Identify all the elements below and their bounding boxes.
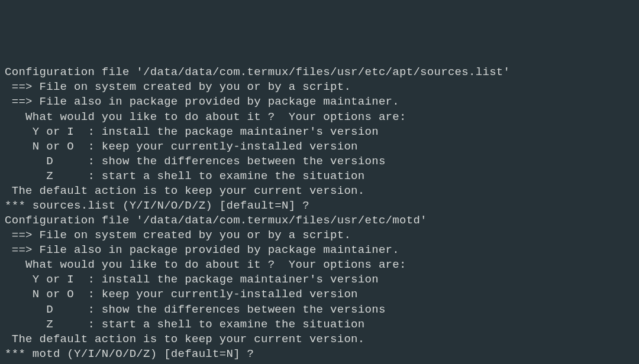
terminal-prompt: *** motd (Y/I/N/O/D/Z) [default=N] ? (5, 347, 634, 362)
terminal-line: Y or I : install the package maintainer'… (5, 272, 634, 287)
terminal-output[interactable]: Configuration file '/data/data/com.termu… (5, 65, 634, 362)
terminal-line: ==> File also in package provided by pac… (5, 243, 634, 258)
terminal-line: D : show the differences between the ver… (5, 154, 634, 169)
terminal-line: Configuration file '/data/data/com.termu… (5, 65, 634, 80)
terminal-line: N or O : keep your currently-installed v… (5, 139, 634, 154)
terminal-line: What would you like to do about it ? You… (5, 110, 634, 125)
terminal-line: ==> File on system created by you or by … (5, 80, 634, 95)
terminal-prompt: *** sources.list (Y/I/N/O/D/Z) [default=… (5, 199, 634, 213)
terminal-line: The default action is to keep your curre… (5, 332, 634, 347)
terminal-line: What would you like to do about it ? You… (5, 258, 634, 272)
terminal-line: Z : start a shell to examine the situati… (5, 317, 634, 332)
terminal-line: ==> File on system created by you or by … (5, 228, 634, 243)
terminal-line: Configuration file '/data/data/com.termu… (5, 213, 634, 228)
terminal-line: Z : start a shell to examine the situati… (5, 169, 634, 184)
terminal-line: D : show the differences between the ver… (5, 303, 634, 317)
terminal-line: Y or I : install the package maintainer'… (5, 125, 634, 139)
terminal-line: The default action is to keep your curre… (5, 184, 634, 199)
terminal-line: ==> File also in package provided by pac… (5, 95, 634, 109)
terminal-line: N or O : keep your currently-installed v… (5, 287, 634, 302)
